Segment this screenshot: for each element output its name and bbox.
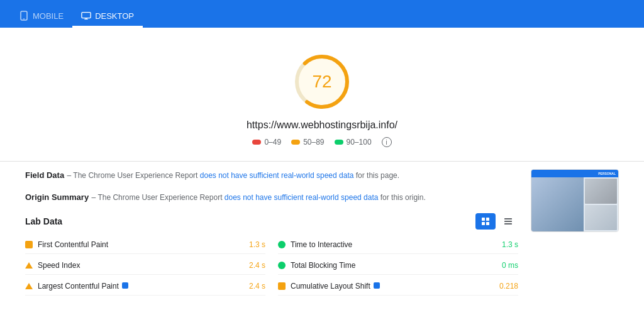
- main-content: 72 https://www.webhostingsrbija.info/ 0–…: [0, 28, 644, 306]
- metric-label-fcp: First Contentful Paint: [38, 240, 235, 249]
- legend: 0–49 50–89 90–100 i: [252, 137, 391, 147]
- metric-icon-lcp: [25, 283, 33, 289]
- metric-label-lcp-text: Largest Contentful Paint: [38, 282, 119, 291]
- metric-first-contentful-paint: First Contentful Paint 1.3 s: [25, 236, 265, 254]
- site-url: https://www.webhostingsrbija.info/: [247, 119, 397, 131]
- svg-rect-11: [504, 218, 512, 219]
- metric-value-tbt: 0 ms: [493, 261, 518, 270]
- svg-rect-12: [504, 221, 512, 222]
- origin-suffix: for this origin.: [378, 193, 425, 202]
- origin-summary-title: Origin Summary: [25, 192, 89, 202]
- field-data-link[interactable]: does not have sufficient real-world spee…: [200, 171, 354, 180]
- header: MOBILE DESKTOP: [0, 0, 644, 28]
- thumb-hero: [531, 177, 618, 231]
- legend-dot-red: [252, 140, 261, 145]
- svg-rect-1: [23, 19, 25, 19]
- legend-green-label: 90–100: [347, 138, 372, 147]
- metric-icon-tbt: [278, 262, 286, 269]
- metric-label-cls-text: Cumulative Layout Shift: [291, 282, 370, 291]
- metric-value-tti: 1.3 s: [493, 240, 518, 249]
- origin-link[interactable]: does not have sufficient real-world spee…: [225, 193, 379, 202]
- legend-orange: 50–89: [291, 138, 324, 147]
- metric-icon-tti: [278, 241, 286, 248]
- thumb-nav: PERSONAL: [531, 170, 618, 177]
- divider: [0, 161, 644, 162]
- tab-desktop-label: DESKTOP: [95, 11, 134, 21]
- origin-summary-section: Origin Summary – The Chrome User Experie…: [25, 191, 518, 203]
- svg-rect-7: [482, 218, 485, 221]
- metric-value-fcp: 1.3 s: [240, 240, 265, 249]
- lab-data-header: Lab Data: [25, 213, 518, 230]
- desktop-icon: [81, 11, 91, 21]
- metric-lcp-info-icon[interactable]: [122, 282, 128, 289]
- metric-total-blocking-time: Total Blocking Time 0 ms: [278, 257, 518, 275]
- metric-largest-contentful-paint: Largest Contentful Paint 2.4 s: [25, 277, 265, 296]
- tab-mobile-label: MOBILE: [33, 11, 64, 21]
- metric-label-tti: Time to Interactive: [291, 240, 488, 249]
- field-data-suffix: for this page.: [353, 171, 399, 180]
- metric-label-tbt: Total Blocking Time: [291, 261, 488, 270]
- metric-time-to-interactive: Time to Interactive 1.3 s: [278, 236, 518, 254]
- origin-summary-desc: – The Chrome User Experience Report does…: [92, 193, 426, 202]
- view-toggle: [475, 213, 518, 230]
- lab-data-section: Lab Data: [25, 213, 518, 296]
- metric-label-cls: Cumulative Layout Shift: [291, 282, 488, 291]
- left-panel: Field Data – The Chrome User Experience …: [25, 169, 518, 306]
- metric-value-cls: 0.218: [493, 282, 518, 291]
- svg-rect-10: [486, 222, 489, 225]
- legend-red-label: 0–49: [264, 138, 281, 147]
- svg-rect-2: [82, 13, 91, 18]
- metric-icon-fcp: [25, 241, 33, 248]
- field-data-title: Field Data: [25, 170, 64, 180]
- right-panel: PERSONAL: [531, 169, 619, 306]
- toggle-grid-button[interactable]: [475, 213, 496, 230]
- mobile-icon: [19, 11, 29, 21]
- metric-cls-info-icon[interactable]: [374, 282, 380, 289]
- origin-prefix: – The Chrome User Experience Report: [92, 193, 225, 202]
- score-number: 72: [312, 72, 331, 92]
- site-thumbnail: PERSONAL: [531, 169, 619, 232]
- metrics-grid: First Contentful Paint 1.3 s Time to Int…: [25, 236, 518, 296]
- svg-rect-9: [482, 222, 485, 225]
- svg-rect-13: [504, 223, 512, 224]
- metric-icon-si: [25, 262, 33, 269]
- svg-rect-8: [486, 218, 489, 221]
- metric-speed-index: Speed Index 2.4 s: [25, 257, 265, 275]
- field-data-desc: – The Chrome User Experience Report does…: [67, 171, 400, 180]
- lab-data-title: Lab Data: [25, 216, 62, 226]
- score-ring: 72: [291, 50, 353, 113]
- thumb-nav-text: PERSONAL: [534, 172, 616, 175]
- thumb-img-left: [531, 177, 584, 231]
- thumb-img-right-bot: [585, 205, 617, 230]
- thumb-img-right: [584, 177, 618, 231]
- content-area: Field Data – The Chrome User Experience …: [0, 169, 644, 306]
- tab-desktop[interactable]: DESKTOP: [72, 6, 143, 28]
- legend-info-icon[interactable]: i: [382, 137, 392, 147]
- field-data-prefix: – The Chrome User Experience Report: [67, 171, 200, 180]
- metric-value-lcp: 2.4 s: [240, 282, 265, 291]
- metric-value-si: 2.4 s: [240, 261, 265, 270]
- legend-green: 90–100: [335, 138, 372, 147]
- legend-dot-green: [335, 140, 343, 145]
- legend-red: 0–49: [252, 138, 281, 147]
- metric-icon-cls: [278, 282, 286, 290]
- metric-label-si: Speed Index: [38, 261, 235, 270]
- tab-mobile[interactable]: MOBILE: [10, 6, 72, 28]
- thumb-inner: PERSONAL: [531, 170, 618, 231]
- legend-orange-label: 50–89: [303, 138, 324, 147]
- metric-label-lcp: Largest Contentful Paint: [38, 282, 235, 291]
- legend-dot-orange: [291, 140, 300, 145]
- score-section: 72 https://www.webhostingsrbija.info/ 0–…: [0, 40, 644, 153]
- thumb-img-right-top: [585, 179, 617, 204]
- toggle-list-button[interactable]: [498, 213, 518, 230]
- metric-cumulative-layout-shift: Cumulative Layout Shift 0.218: [278, 277, 518, 296]
- field-data-section: Field Data – The Chrome User Experience …: [25, 169, 518, 181]
